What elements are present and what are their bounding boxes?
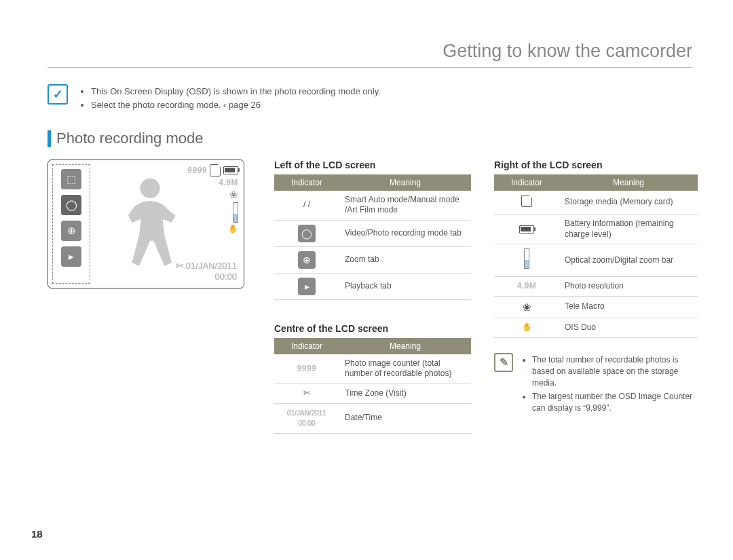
right-lcd-heading: Right of the LCD screen: [494, 160, 698, 170]
table-header: Indicator: [274, 174, 339, 191]
meaning: Date/Time: [339, 403, 471, 433]
right-lcd-table: IndicatorMeaning Storage media (Memory c…: [494, 174, 698, 338]
right-note: ✎ The total number of recordable photos …: [494, 353, 698, 416]
lcd-left-tabs: ⬚ ◯ ⊕ ▸: [52, 164, 90, 284]
check-icon: ✓: [48, 84, 68, 105]
table-row: 01/JAN/2011 00:00Date/Time: [274, 403, 471, 433]
top-note: ✓ This On Screen Display (OSD) is shown …: [48, 84, 692, 113]
zoom-tab-icon: ⊕: [298, 251, 316, 269]
centre-lcd-heading: Centre of the LCD screen: [274, 323, 471, 334]
table-row: ▸Playback tab: [274, 273, 471, 299]
photo-tab-icon: ◯: [61, 195, 81, 215]
playback-tab-icon: ▸: [298, 278, 316, 295]
table-row: Storage media (Memory card): [494, 191, 698, 214]
table-header: Meaning: [559, 174, 698, 191]
left-lcd-heading: Left of the LCD screen: [274, 160, 471, 170]
table-row: ⊕Zoom tab: [274, 246, 471, 273]
lcd-right-stack: 9999 4.9M ❀ ✋: [187, 164, 238, 234]
meaning: Battery information (remaining charge le…: [559, 214, 698, 244]
note-item: The total number of recordable photos is…: [532, 354, 698, 390]
battery-icon: [519, 225, 534, 234]
page-title: Getting to know the camcorder: [48, 41, 692, 68]
lcd-date: 01/JAN/2011: [186, 261, 237, 271]
table-header: Meaning: [339, 338, 471, 354]
zoom-bar-icon: [524, 248, 529, 269]
meaning: Video/Photo recording mode tab: [339, 220, 471, 246]
meaning: Photo resolution: [559, 276, 698, 296]
note-item: The largest number the OSD Image Counter…: [532, 391, 698, 415]
table-row: ◯Video/Photo recording mode tab: [274, 220, 471, 246]
zoom-bar-icon: [233, 202, 238, 223]
lcd-time: 00:00: [214, 272, 237, 282]
counter-icon: 9999: [297, 364, 317, 373]
meaning: OIS Duo: [559, 318, 698, 338]
meaning: Optical zoom/Digital zoom bar: [559, 244, 698, 277]
meaning: Playback tab: [339, 273, 471, 299]
table-row: ❀Tele Macro: [494, 296, 698, 318]
photo-resolution: 4.9M: [219, 178, 238, 187]
table-row: 9999Photo image counter (total number of…: [274, 354, 471, 384]
battery-icon: [223, 166, 238, 174]
sd-card-icon: [210, 164, 221, 176]
table-header: Meaning: [339, 174, 471, 191]
meaning: Smart Auto mode/Manual mode /Art Film mo…: [339, 191, 471, 221]
left-lcd-table: IndicatorMeaning / /Smart Auto mode/Manu…: [274, 174, 471, 300]
table-header: Indicator: [494, 174, 559, 191]
table-row: 4.9MPhoto resolution: [494, 276, 698, 296]
pencil-note-icon: ✎: [494, 353, 513, 372]
note-item: Select the photo recording mode. ‹ page …: [91, 99, 381, 111]
tele-macro-icon: ❀: [229, 189, 238, 201]
meaning: Storage media (Memory card): [559, 191, 698, 214]
sd-card-icon: [521, 195, 532, 207]
ois-icon: ✋: [228, 224, 238, 234]
centre-lcd-table: IndicatorMeaning 9999Photo image counter…: [274, 338, 471, 434]
meaning: Tele Macro: [559, 296, 698, 318]
meaning: Photo image counter (total number of rec…: [339, 354, 471, 384]
mode-icons: / /: [274, 191, 339, 221]
table-row: / /Smart Auto mode/Manual mode /Art Film…: [274, 191, 471, 221]
datetime-icon: 01/JAN/2011 00:00: [287, 409, 326, 428]
playback-tab-icon: ▸: [61, 246, 81, 267]
section-heading: Photo recording mode: [48, 130, 692, 147]
table-row: ✄Time Zone (Visit): [274, 384, 471, 403]
tele-macro-icon: ❀: [494, 296, 559, 318]
page-number: 18: [31, 528, 43, 540]
timezone-icon: ✄: [274, 384, 339, 403]
photo-counter: 9999: [187, 166, 207, 175]
table-row: Optical zoom/Digital zoom bar: [494, 244, 698, 277]
meaning: Time Zone (Visit): [339, 384, 471, 403]
photo-tab-icon: ◯: [298, 225, 316, 242]
meaning: Zoom tab: [339, 246, 471, 273]
table-row: Battery information (remaining charge le…: [494, 214, 698, 244]
table-row: ✋OIS Duo: [494, 318, 698, 338]
lcd-screen-illustration: ⬚ ◯ ⊕ ▸ 9999 4.9M ❀ ✋: [48, 160, 244, 288]
note-item: This On Screen Display (OSD) is shown in…: [91, 86, 381, 98]
ois-icon: ✋: [494, 318, 559, 338]
lcd-datetime: ✄ 01/JAN/2011 00:00: [176, 261, 237, 282]
video-tab-icon: ⬚: [61, 169, 81, 189]
resolution-icon: 4.9M: [517, 281, 537, 291]
table-header: Indicator: [274, 338, 339, 354]
zoom-tab-icon: ⊕: [61, 221, 81, 241]
